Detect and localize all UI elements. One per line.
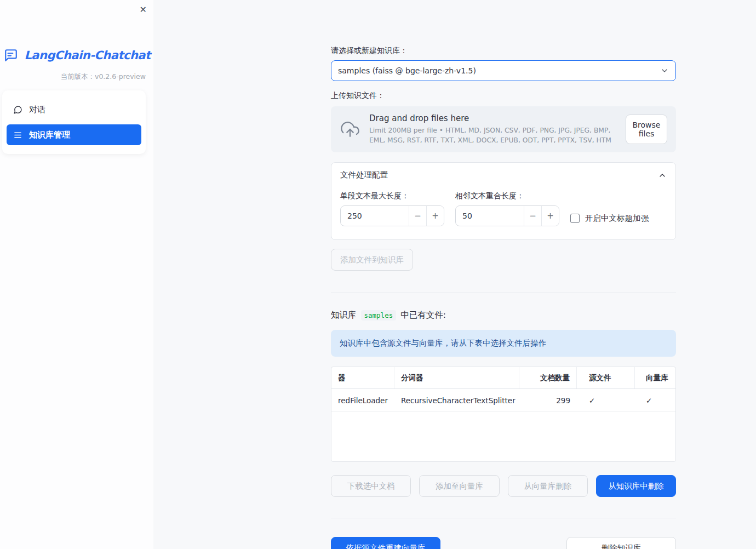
minus-button[interactable]: − <box>524 206 541 226</box>
plus-button[interactable]: + <box>541 206 559 226</box>
dropzone-title: Drag and drop files here <box>369 113 617 123</box>
dropzone-limit: Limit 200MB per file • HTML, MD, JSON, C… <box>369 126 617 146</box>
main-area: 请选择或新建知识库： samples (faiss @ bge-large-zh… <box>153 0 756 549</box>
chat-bubble-icon <box>13 105 22 115</box>
existing-files-prefix: 知识库 <box>331 310 357 321</box>
zh-title-enhance-checkbox[interactable]: 开启中文标题加强 <box>570 208 649 228</box>
app-title: LangChain-Chatchat <box>24 49 150 62</box>
sidebar-item-label: 对话 <box>29 105 45 115</box>
add-to-vector-store-button[interactable]: 添加至向量库 <box>419 475 499 497</box>
files-table: 器 分词器 文档数量 源文件 向量库 redFileLoader Recursi… <box>331 367 676 462</box>
overlap-length-value[interactable]: 50 <box>456 211 524 220</box>
kb-name-code: samples <box>361 310 397 321</box>
sidebar-item-label: 知识库管理 <box>29 130 70 140</box>
checkbox-label: 开启中文标题加强 <box>585 213 649 224</box>
table-header-row: 器 分词器 文档数量 源文件 向量库 <box>331 367 675 389</box>
expander-body: 单段文本最大长度： 250 − + 相邻文本重合长度： 50 − <box>331 187 675 239</box>
upload-label: 上传知识文件： <box>331 91 676 101</box>
upload-cloud-icon <box>340 120 360 139</box>
kb-management-row: 依据源文件重建向量库 删除知识库 <box>331 537 676 549</box>
table-header-loader: 器 <box>331 367 394 388</box>
overlap-length-label: 相邻文本重合长度： <box>455 191 559 201</box>
sidebar: ✕ LangChain-Chatchat 当前版本：v0.2.6-preview… <box>0 0 153 549</box>
divider <box>331 518 676 518</box>
table-header-vector-store: 向量库 <box>635 367 676 388</box>
file-config-expander: 文件处理配置 单段文本最大长度： 250 − + <box>331 162 676 240</box>
sidebar-menu: 对话 知识库管理 <box>2 90 146 154</box>
existing-files-suffix: 中已有文件: <box>400 310 446 321</box>
dropzone-text: Drag and drop files here Limit 200MB per… <box>369 113 617 146</box>
info-banner: 知识库中包含源文件与向量库，请从下表中选择文件后操作 <box>331 330 676 357</box>
kb-select-label: 请选择或新建知识库： <box>331 46 676 56</box>
expander-title: 文件处理配置 <box>340 170 388 180</box>
checkbox-box <box>570 214 580 223</box>
cell-splitter: RecursiveCharacterTextSplitter <box>394 396 519 405</box>
divider <box>331 293 676 293</box>
max-length-field: 单段文本最大长度： 250 − + <box>340 191 444 228</box>
table-header-splitter: 分词器 <box>394 367 519 388</box>
max-length-input[interactable]: 250 − + <box>340 205 444 226</box>
sidebar-close-button[interactable]: ✕ <box>140 4 147 15</box>
max-length-value[interactable]: 250 <box>341 211 409 220</box>
cell-doc-count: 299 <box>519 396 577 405</box>
cell-source-check: ✓ <box>577 396 635 405</box>
delete-from-kb-button[interactable]: 从知识库中删除 <box>596 475 676 497</box>
delete-kb-button[interactable]: 删除知识库 <box>566 537 676 549</box>
table-row[interactable]: redFileLoader RecursiveCharacterTextSpli… <box>331 389 675 412</box>
overlap-length-input[interactable]: 50 − + <box>455 205 559 226</box>
chevron-down-icon <box>660 66 669 75</box>
plus-button[interactable]: + <box>426 206 444 226</box>
table-header-source-file: 源文件 <box>577 367 635 388</box>
expander-header[interactable]: 文件处理配置 <box>331 163 675 187</box>
add-files-to-kb-button[interactable]: 添加文件到知识库 <box>331 249 413 271</box>
existing-files-line: 知识库 samples 中已有文件: <box>331 310 676 321</box>
table-header-doc-count: 文档数量 <box>519 367 577 388</box>
minus-button[interactable]: − <box>409 206 426 226</box>
overlap-length-field: 相邻文本重合长度： 50 − + <box>455 191 559 228</box>
remove-from-vector-store-button[interactable]: 从向量库删除 <box>508 475 588 497</box>
download-selected-button[interactable]: 下载选中文档 <box>331 475 411 497</box>
app-version: 当前版本：v0.2.6-preview <box>0 72 153 82</box>
kb-select-value: samples (faiss @ bge-large-zh-v1.5) <box>338 66 476 75</box>
sidebar-item-knowledge-base[interactable]: 知识库管理 <box>7 124 141 145</box>
cell-vector-check: ✓ <box>635 396 676 405</box>
max-length-label: 单段文本最大长度： <box>340 191 444 201</box>
kb-select[interactable]: samples (faiss @ bge-large-zh-v1.5) <box>331 60 676 81</box>
file-actions-row: 下载选中文档 添加至向量库 从向量库删除 从知识库中删除 <box>331 475 676 497</box>
knowledge-base-icon <box>13 130 22 140</box>
file-dropzone[interactable]: Drag and drop files here Limit 200MB per… <box>331 106 676 152</box>
chat-logo-icon <box>3 48 19 62</box>
chevron-up-icon <box>658 171 667 180</box>
browse-files-button[interactable]: Browse files <box>626 115 667 144</box>
cell-loader: redFileLoader <box>331 396 394 405</box>
sidebar-item-dialogue[interactable]: 对话 <box>7 99 141 120</box>
app-logo: LangChain-Chatchat <box>0 48 153 62</box>
rebuild-vector-store-button[interactable]: 依据源文件重建向量库 <box>331 537 440 549</box>
